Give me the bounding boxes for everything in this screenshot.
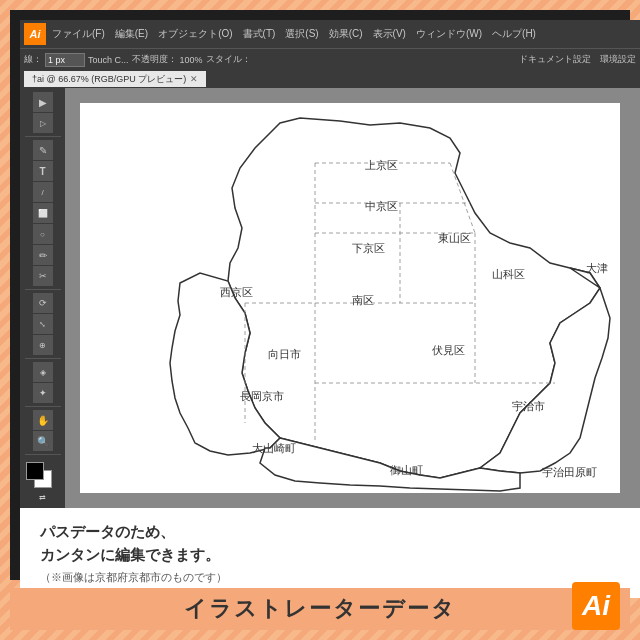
label-otsu: 大津 bbox=[586, 261, 608, 276]
label-nagaokakyo: 長岡京市 bbox=[240, 389, 284, 404]
label-oyama: 御山町 bbox=[390, 463, 423, 478]
menu-object[interactable]: オブジェクト(O) bbox=[154, 25, 236, 43]
toolbox: ▶ ▷ ✎ T / ⬜ ○ ✏ ✂ ⟳ ⤡ ⊕ ◈ ✦ ✋ 🔍 ⇄ ⊘ ··· bbox=[20, 88, 65, 548]
canvas-white: 上京区 中京区 東山区 下京区 山科区 南区 西京区 伏見区 向日市 長岡京市 … bbox=[80, 103, 620, 493]
tool-gradient[interactable]: ◈ bbox=[33, 362, 53, 382]
stroke-label: 線： bbox=[24, 53, 42, 66]
opacity-label: 不透明度： bbox=[132, 53, 177, 66]
menu-file[interactable]: ファイル(F) bbox=[48, 25, 109, 43]
label-ujitawara: 宇治田原町 bbox=[542, 465, 597, 480]
touch-label: Touch C... bbox=[88, 55, 129, 65]
stroke-swatch[interactable] bbox=[26, 462, 44, 480]
info-main-text: パスデータのため、カンタンに編集できます。 bbox=[40, 521, 620, 566]
tool-pen[interactable]: ✎ bbox=[33, 140, 53, 160]
menu-effect[interactable]: 効果(C) bbox=[325, 25, 367, 43]
tool-hand[interactable]: ✋ bbox=[33, 410, 53, 430]
label-uji: 宇治市 bbox=[512, 399, 545, 414]
tab-document[interactable]: †ai @ 66.67% (RGB/GPU プレビュー) ✕ bbox=[24, 71, 206, 87]
main-card: Ai ファイル(F) 編集(E) オブジェクト(O) 書式(T) 選択(S) 効… bbox=[10, 10, 630, 580]
menu-select[interactable]: 選択(S) bbox=[281, 25, 322, 43]
label-nakagyo: 中京区 bbox=[365, 199, 398, 214]
label-minami: 南区 bbox=[352, 293, 374, 308]
menu-edit[interactable]: 編集(E) bbox=[111, 25, 152, 43]
tool-zoom[interactable]: 🔍 bbox=[33, 431, 53, 451]
footer: イラストレーターデータ bbox=[10, 588, 630, 630]
label-fushimi: 伏見区 bbox=[432, 343, 465, 358]
menu-toolbar: Ai ファイル(F) 編集(E) オブジェクト(O) 書式(T) 選択(S) 効… bbox=[20, 20, 640, 48]
menu-window[interactable]: ウィンドウ(W) bbox=[412, 25, 486, 43]
style-label: スタイル： bbox=[206, 53, 251, 66]
footer-ai-text: Ai bbox=[582, 590, 610, 622]
app-logo: Ai bbox=[24, 23, 46, 45]
tool-text[interactable]: T bbox=[33, 161, 53, 181]
menu-format[interactable]: 書式(T) bbox=[239, 25, 280, 43]
label-muko: 向日市 bbox=[268, 347, 301, 362]
tool-separator-1 bbox=[25, 136, 61, 137]
info-text-container: パスデータのため、カンタンに編集できます。 （※画像は京都府京都市のものです） bbox=[40, 521, 620, 585]
footer-title: イラストレーターデータ bbox=[184, 594, 456, 624]
tool-scale[interactable]: ⤡ bbox=[33, 314, 53, 334]
tool-blend[interactable]: ⊕ bbox=[33, 335, 53, 355]
canvas-area: 上京区 中京区 東山区 下京区 山科区 南区 西京区 伏見区 向日市 長岡京市 … bbox=[65, 88, 640, 508]
map-labels-container: 上京区 中京区 東山区 下京区 山科区 南区 西京区 伏見区 向日市 長岡京市 … bbox=[80, 103, 620, 493]
footer-ai-logo: Ai bbox=[572, 582, 620, 630]
stroke-input[interactable] bbox=[45, 53, 85, 67]
tool-separator-4 bbox=[25, 406, 61, 407]
label-nishikyo: 西京区 bbox=[220, 285, 253, 300]
env-settings-button[interactable]: 環境設定 bbox=[600, 53, 636, 66]
label-kamigyo: 上京区 bbox=[365, 158, 398, 173]
tool-select[interactable]: ▶ bbox=[33, 92, 53, 112]
tool-line[interactable]: / bbox=[33, 182, 53, 202]
tab-label: †ai @ 66.67% (RGB/GPU プレビュー) bbox=[32, 73, 186, 86]
label-yamashina: 山科区 bbox=[492, 267, 525, 282]
tool-rect[interactable]: ⬜ bbox=[33, 203, 53, 223]
tab-close-icon[interactable]: ✕ bbox=[190, 74, 198, 84]
bottom-info: パスデータのため、カンタンに編集できます。 （※画像は京都府京都市のものです） bbox=[20, 508, 640, 598]
label-higashiyama: 東山区 bbox=[438, 231, 471, 246]
tool-eyedropper[interactable]: ✦ bbox=[33, 383, 53, 403]
info-sub-text: （※画像は京都府京都市のものです） bbox=[40, 570, 620, 585]
tool-rotate[interactable]: ⟳ bbox=[33, 293, 53, 313]
tool-separator-2 bbox=[25, 289, 61, 290]
menu-bar: ファイル(F) 編集(E) オブジェクト(O) 書式(T) 選択(S) 効果(C… bbox=[48, 25, 636, 43]
label-oyamazaki: 大山崎町 bbox=[252, 441, 296, 456]
label-shimogyo: 下京区 bbox=[352, 241, 385, 256]
tool-scissors[interactable]: ✂ bbox=[33, 266, 53, 286]
menu-help[interactable]: ヘルプ(H) bbox=[488, 25, 540, 43]
swap-colors-icon[interactable]: ⇄ bbox=[39, 493, 46, 502]
properties-toolbar: 線： Touch C... 不透明度： 100% スタイル： ドキュメント設定 … bbox=[20, 48, 640, 70]
opacity-value: 100% bbox=[180, 55, 203, 65]
tool-direct-select[interactable]: ▷ bbox=[33, 113, 53, 133]
menu-view[interactable]: 表示(V) bbox=[369, 25, 410, 43]
tool-brush[interactable]: ✏ bbox=[33, 245, 53, 265]
tool-ellipse[interactable]: ○ bbox=[33, 224, 53, 244]
tool-separator-5 bbox=[25, 454, 61, 455]
doc-settings-button[interactable]: ドキュメント設定 bbox=[519, 53, 591, 66]
tool-separator-3 bbox=[25, 358, 61, 359]
color-swatches bbox=[26, 462, 60, 490]
tab-bar: †ai @ 66.67% (RGB/GPU プレビュー) ✕ bbox=[20, 70, 640, 88]
